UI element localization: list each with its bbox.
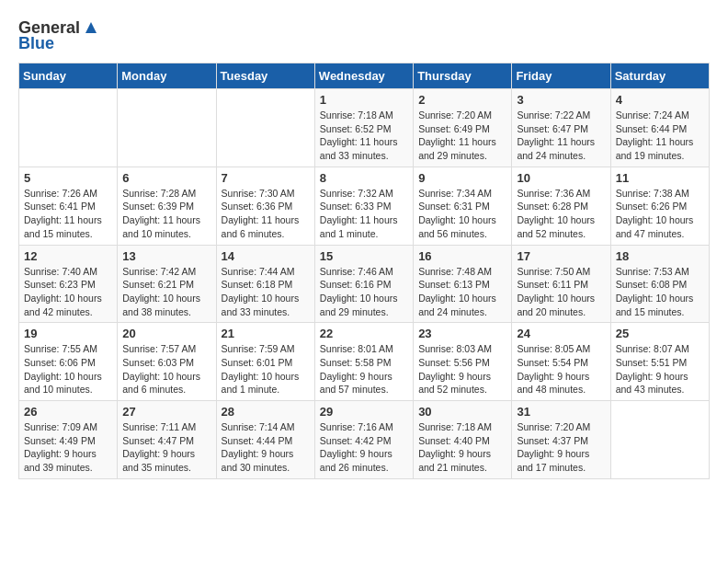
calendar-cell: 7Sunrise: 7:30 AM Sunset: 6:36 PM Daylig… — [216, 167, 314, 245]
day-info: Sunrise: 7:40 AM Sunset: 6:23 PM Dayligh… — [24, 265, 112, 319]
calendar-cell: 29Sunrise: 7:16 AM Sunset: 4:42 PM Dayli… — [314, 401, 413, 479]
day-info: Sunrise: 7:59 AM Sunset: 6:01 PM Dayligh… — [222, 342, 310, 396]
day-of-week-header: Sunday — [19, 63, 118, 89]
calendar-cell: 28Sunrise: 7:14 AM Sunset: 4:44 PM Dayli… — [216, 401, 314, 479]
calendar-cell: 22Sunrise: 8:01 AM Sunset: 5:58 PM Dayli… — [314, 323, 413, 401]
calendar-cell: 12Sunrise: 7:40 AM Sunset: 6:23 PM Dayli… — [19, 245, 118, 323]
day-number: 22 — [320, 327, 408, 340]
calendar-cell — [216, 89, 314, 167]
day-info: Sunrise: 7:11 AM Sunset: 4:47 PM Dayligh… — [122, 420, 210, 475]
calendar-cell: 10Sunrise: 7:36 AM Sunset: 6:28 PM Dayli… — [512, 167, 610, 245]
calendar-cell: 18Sunrise: 7:53 AM Sunset: 6:08 PM Dayli… — [610, 245, 709, 323]
day-info: Sunrise: 7:20 AM Sunset: 4:37 PM Dayligh… — [517, 420, 605, 475]
day-info: Sunrise: 7:55 AM Sunset: 6:06 PM Dayligh… — [24, 342, 112, 396]
calendar-week-row: 19Sunrise: 7:55 AM Sunset: 6:06 PM Dayli… — [19, 323, 710, 401]
day-number: 28 — [222, 405, 310, 419]
day-number: 14 — [222, 249, 310, 263]
calendar-cell: 3Sunrise: 7:22 AM Sunset: 6:47 PM Daylig… — [512, 89, 610, 167]
calendar-cell: 25Sunrise: 8:07 AM Sunset: 5:51 PM Dayli… — [610, 323, 709, 401]
calendar-cell: 24Sunrise: 8:05 AM Sunset: 5:54 PM Dayli… — [512, 323, 610, 401]
logo-arrow-icon — [82, 18, 100, 37]
day-number: 15 — [320, 249, 408, 263]
day-info: Sunrise: 7:36 AM Sunset: 6:28 PM Dayligh… — [517, 187, 605, 241]
day-number: 12 — [24, 249, 112, 263]
day-info: Sunrise: 7:38 AM Sunset: 6:26 PM Dayligh… — [616, 187, 704, 241]
calendar-cell: 30Sunrise: 7:18 AM Sunset: 4:40 PM Dayli… — [414, 401, 512, 479]
day-info: Sunrise: 7:26 AM Sunset: 6:41 PM Dayligh… — [24, 187, 112, 241]
day-info: Sunrise: 7:44 AM Sunset: 6:18 PM Dayligh… — [222, 265, 310, 319]
day-of-week-header: Tuesday — [216, 63, 314, 89]
logo: General Blue — [18, 18, 100, 53]
calendar-week-row: 12Sunrise: 7:40 AM Sunset: 6:23 PM Dayli… — [19, 245, 710, 323]
day-info: Sunrise: 7:42 AM Sunset: 6:21 PM Dayligh… — [122, 265, 210, 319]
day-info: Sunrise: 7:20 AM Sunset: 6:49 PM Dayligh… — [418, 109, 506, 163]
day-of-week-header: Thursday — [414, 63, 512, 89]
calendar-cell: 17Sunrise: 7:50 AM Sunset: 6:11 PM Dayli… — [512, 245, 610, 323]
calendar-cell: 13Sunrise: 7:42 AM Sunset: 6:21 PM Dayli… — [118, 245, 216, 323]
day-of-week-header: Wednesday — [314, 63, 413, 89]
day-info: Sunrise: 7:18 AM Sunset: 4:40 PM Dayligh… — [418, 420, 506, 475]
day-number: 11 — [616, 171, 704, 185]
day-number: 21 — [222, 327, 310, 340]
day-of-week-header: Monday — [118, 63, 216, 89]
day-number: 27 — [122, 405, 210, 419]
day-info: Sunrise: 7:18 AM Sunset: 6:52 PM Dayligh… — [320, 109, 408, 163]
day-info: Sunrise: 8:03 AM Sunset: 5:56 PM Dayligh… — [418, 342, 506, 396]
calendar-cell — [118, 89, 216, 167]
calendar-cell: 26Sunrise: 7:09 AM Sunset: 4:49 PM Dayli… — [19, 401, 118, 479]
day-info: Sunrise: 7:28 AM Sunset: 6:39 PM Dayligh… — [122, 187, 210, 241]
day-of-week-header: Saturday — [610, 63, 709, 89]
day-number: 10 — [517, 171, 605, 185]
day-number: 8 — [320, 171, 408, 185]
day-info: Sunrise: 7:32 AM Sunset: 6:33 PM Dayligh… — [320, 187, 408, 241]
calendar-cell: 20Sunrise: 7:57 AM Sunset: 6:03 PM Dayli… — [118, 323, 216, 401]
day-number: 23 — [418, 327, 506, 340]
day-number: 19 — [24, 327, 112, 340]
day-number: 25 — [616, 327, 704, 340]
day-number: 13 — [122, 249, 210, 263]
calendar-cell: 31Sunrise: 7:20 AM Sunset: 4:37 PM Dayli… — [512, 401, 610, 479]
day-info: Sunrise: 7:53 AM Sunset: 6:08 PM Dayligh… — [616, 265, 704, 319]
day-number: 17 — [517, 249, 605, 263]
calendar-cell: 2Sunrise: 7:20 AM Sunset: 6:49 PM Daylig… — [414, 89, 512, 167]
calendar-cell: 9Sunrise: 7:34 AM Sunset: 6:31 PM Daylig… — [414, 167, 512, 245]
calendar-cell: 23Sunrise: 8:03 AM Sunset: 5:56 PM Dayli… — [414, 323, 512, 401]
calendar-week-row: 5Sunrise: 7:26 AM Sunset: 6:41 PM Daylig… — [19, 167, 710, 245]
day-number: 9 — [418, 171, 506, 185]
calendar-header-row: SundayMondayTuesdayWednesdayThursdayFrid… — [19, 63, 710, 89]
day-info: Sunrise: 7:30 AM Sunset: 6:36 PM Dayligh… — [222, 187, 310, 241]
calendar-cell: 21Sunrise: 7:59 AM Sunset: 6:01 PM Dayli… — [216, 323, 314, 401]
day-number: 3 — [517, 93, 605, 107]
day-info: Sunrise: 7:09 AM Sunset: 4:49 PM Dayligh… — [24, 420, 112, 475]
calendar-cell: 11Sunrise: 7:38 AM Sunset: 6:26 PM Dayli… — [610, 167, 709, 245]
day-info: Sunrise: 8:07 AM Sunset: 5:51 PM Dayligh… — [616, 342, 704, 396]
day-number: 5 — [24, 171, 112, 185]
day-number: 18 — [616, 249, 704, 263]
day-number: 26 — [24, 405, 112, 419]
day-info: Sunrise: 7:34 AM Sunset: 6:31 PM Dayligh… — [418, 187, 506, 241]
calendar-cell: 4Sunrise: 7:24 AM Sunset: 6:44 PM Daylig… — [610, 89, 709, 167]
calendar: SundayMondayTuesdayWednesdayThursdayFrid… — [18, 63, 710, 479]
logo-blue-text: Blue — [18, 34, 54, 53]
day-info: Sunrise: 7:22 AM Sunset: 6:47 PM Dayligh… — [517, 109, 605, 163]
day-number: 2 — [418, 93, 506, 107]
calendar-cell: 1Sunrise: 7:18 AM Sunset: 6:52 PM Daylig… — [314, 89, 413, 167]
day-info: Sunrise: 7:14 AM Sunset: 4:44 PM Dayligh… — [222, 420, 310, 475]
calendar-week-row: 26Sunrise: 7:09 AM Sunset: 4:49 PM Dayli… — [19, 401, 710, 479]
calendar-cell: 16Sunrise: 7:48 AM Sunset: 6:13 PM Dayli… — [414, 245, 512, 323]
day-info: Sunrise: 7:48 AM Sunset: 6:13 PM Dayligh… — [418, 265, 506, 319]
header: General Blue — [18, 18, 710, 53]
day-info: Sunrise: 7:57 AM Sunset: 6:03 PM Dayligh… — [122, 342, 210, 396]
day-number: 24 — [517, 327, 605, 340]
day-number: 30 — [418, 405, 506, 419]
calendar-cell: 15Sunrise: 7:46 AM Sunset: 6:16 PM Dayli… — [314, 245, 413, 323]
calendar-cell: 19Sunrise: 7:55 AM Sunset: 6:06 PM Dayli… — [19, 323, 118, 401]
day-info: Sunrise: 8:05 AM Sunset: 5:54 PM Dayligh… — [517, 342, 605, 396]
calendar-cell: 6Sunrise: 7:28 AM Sunset: 6:39 PM Daylig… — [118, 167, 216, 245]
calendar-cell: 5Sunrise: 7:26 AM Sunset: 6:41 PM Daylig… — [19, 167, 118, 245]
calendar-cell — [610, 401, 709, 479]
day-info: Sunrise: 7:24 AM Sunset: 6:44 PM Dayligh… — [616, 109, 704, 163]
day-number: 4 — [616, 93, 704, 107]
calendar-cell — [19, 89, 118, 167]
day-number: 29 — [320, 405, 408, 419]
